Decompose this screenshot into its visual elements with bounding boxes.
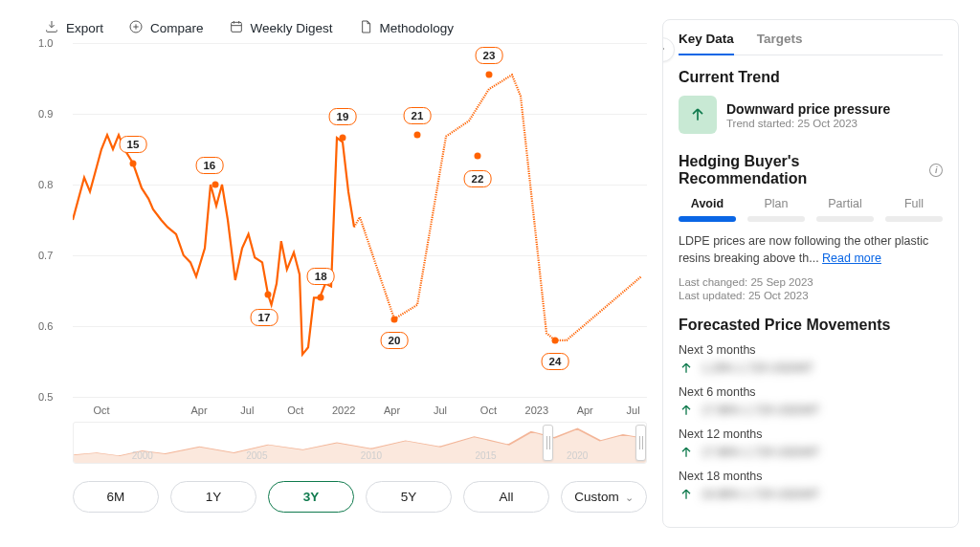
export-button[interactable]: Export	[44, 19, 103, 37]
arrow-up-icon	[679, 361, 694, 376]
plus-circle-icon	[128, 19, 144, 37]
arrow-up-icon	[679, 445, 694, 460]
timeline-handle-right[interactable]	[635, 425, 646, 461]
forecast-value-masked: 17.96% 1.729 USD/MT	[702, 446, 819, 459]
chart-marker-21[interactable]: 21	[404, 107, 432, 124]
forecast-title: Forecasted Price Movements	[679, 317, 943, 334]
hedge-bar-avoid	[679, 216, 736, 222]
x-axis-tick: Jul	[434, 405, 447, 416]
collapse-panel-button[interactable]	[662, 37, 675, 62]
hedge-option-plan[interactable]: Plan	[747, 197, 805, 210]
chart-marker-23[interactable]: 23	[476, 47, 503, 64]
info-icon[interactable]: i	[929, 164, 943, 177]
hedging-title: Hedging Buyer's Recommendation	[679, 153, 924, 187]
x-axis-tick: Apr	[577, 405, 593, 416]
x-axis-tick: Oct	[480, 405, 497, 416]
export-label: Export	[66, 21, 103, 35]
hedging-options: AvoidPlanPartialFull	[679, 197, 943, 210]
chart-marker-22[interactable]: 22	[464, 170, 492, 187]
range-pill-1y[interactable]: 1Y	[170, 481, 256, 513]
forecast-value-masked: 1.29% 1.729 USD/MT	[702, 361, 813, 375]
mini-year-label: 2005	[246, 450, 267, 461]
chevron-right-icon	[662, 41, 668, 58]
y-axis-tick: 1.0	[38, 37, 53, 49]
x-axis-tick: Oct	[93, 405, 109, 416]
read-more-link[interactable]: Read more	[822, 252, 881, 265]
trend-headline: Downward price pressure	[726, 101, 890, 117]
hedge-bar-partial	[816, 216, 874, 222]
hedge-bar-plan	[747, 216, 805, 222]
calendar-icon	[229, 19, 244, 37]
y-axis-tick: 0.6	[38, 320, 53, 332]
mini-timeline[interactable]: 20002005201020152020	[73, 422, 647, 464]
chart-marker-18[interactable]: 18	[307, 268, 335, 285]
forecast-label: Next 12 months	[679, 427, 943, 441]
chart-toolbar: Export Compare Weekly Digest Methodology	[44, 19, 647, 37]
last-updated: Last updated: 25 Oct 2023	[679, 290, 943, 301]
download-icon	[44, 19, 59, 37]
chart-marker-17[interactable]: 17	[251, 309, 278, 326]
last-changed: Last changed: 25 Sep 2023	[679, 276, 943, 288]
forecast-row: Next 3 months1.29% 1.729 USD/MT	[679, 343, 943, 376]
x-axis-tick: Jul	[627, 405, 640, 416]
tab-targets[interactable]: Targets	[757, 32, 803, 55]
chart-marker-20[interactable]: 20	[381, 332, 409, 349]
x-axis-tick: Apr	[190, 405, 207, 416]
mini-year-label: 2010	[361, 450, 382, 461]
y-axis-tick: 0.9	[38, 108, 53, 120]
mini-year-label: 2020	[567, 450, 588, 461]
x-axis-tick: 2022	[332, 405, 355, 416]
x-axis-tick: Jul	[240, 405, 254, 416]
range-pill-custom[interactable]: Custom⌄	[561, 481, 647, 513]
chart-marker-15[interactable]: 15	[120, 136, 147, 153]
document-icon	[358, 19, 373, 37]
compare-label: Compare	[150, 21, 204, 35]
hedging-description: LDPE prices are now following the other …	[679, 233, 943, 267]
mini-year-label: 2015	[475, 450, 496, 461]
mini-year-label: 2000	[132, 450, 153, 461]
digest-button[interactable]: Weekly Digest	[229, 19, 333, 37]
y-axis-tick: 0.8	[38, 179, 53, 190]
x-axis-tick: Apr	[384, 405, 400, 416]
range-pill-6m[interactable]: 6M	[73, 481, 159, 513]
time-range-selector: 6M1Y3Y5YAllCustom⌄	[73, 481, 647, 513]
trend-card: Downward price pressure Trend started: 2…	[679, 96, 943, 134]
timeline-handle-left[interactable]	[543, 425, 553, 461]
x-axis-tick: Oct	[287, 405, 303, 416]
y-axis-tick: 0.7	[38, 250, 53, 261]
chart-marker-24[interactable]: 24	[542, 353, 569, 370]
forecast-row: Next 18 months24.96% 1.729 USD/MT	[679, 470, 943, 502]
chart-column: Export Compare Weekly Digest Methodology…	[0, 0, 662, 547]
x-axis-tick: 2023	[525, 405, 548, 416]
trend-arrow-up-icon	[679, 96, 717, 134]
forecast-label: Next 18 months	[679, 470, 943, 483]
hedge-option-full[interactable]: Full	[885, 197, 943, 210]
chart-marker-19[interactable]: 19	[329, 108, 357, 125]
chevron-down-icon: ⌄	[625, 492, 634, 503]
price-chart[interactable]: 0.50.60.70.80.91.0 15161718192021222324 …	[44, 43, 647, 416]
range-pill-all[interactable]: All	[463, 481, 549, 513]
svg-rect-1	[231, 22, 241, 32]
arrow-up-icon	[679, 487, 694, 502]
current-trend-title: Current Trend	[679, 69, 943, 86]
hedging-progress-bars	[679, 216, 943, 222]
arrow-up-icon	[679, 403, 694, 418]
methodology-label: Methodology	[380, 21, 454, 35]
chart-marker-16[interactable]: 16	[195, 157, 223, 174]
compare-button[interactable]: Compare	[128, 19, 204, 37]
side-tabs: Key Data Targets	[679, 32, 943, 55]
hedge-option-partial[interactable]: Partial	[816, 197, 874, 210]
forecast-label: Next 3 months	[679, 343, 943, 357]
tab-key-data[interactable]: Key Data	[679, 32, 734, 55]
trend-subtext: Trend started: 25 Oct 2023	[726, 118, 890, 129]
hedge-option-avoid[interactable]: Avoid	[679, 197, 736, 210]
forecast-row: Next 6 months17.96% 1.729 USD/MT	[679, 385, 943, 418]
methodology-button[interactable]: Methodology	[358, 19, 454, 37]
range-pill-5y[interactable]: 5Y	[366, 481, 452, 513]
range-pill-3y[interactable]: 3Y	[268, 481, 354, 513]
forecast-value-masked: 17.96% 1.729 USD/MT	[702, 404, 819, 417]
y-axis-tick: 0.5	[38, 391, 53, 403]
forecast-label: Next 6 months	[679, 385, 943, 399]
forecast-row: Next 12 months17.96% 1.729 USD/MT	[679, 427, 943, 460]
side-panel: Key Data Targets Current Trend Downward …	[662, 19, 959, 528]
